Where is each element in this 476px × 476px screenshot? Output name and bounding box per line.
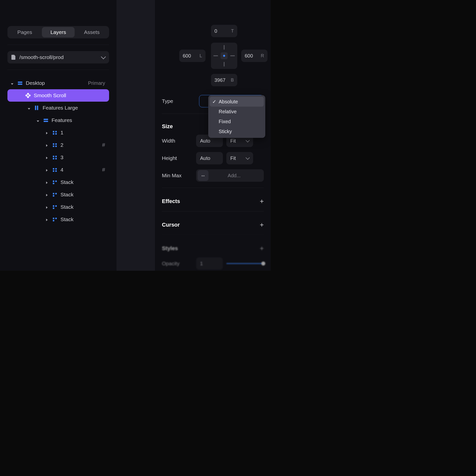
height-value-input[interactable]: Auto [196,152,223,164]
file-icon [11,55,15,60]
effects-section-header[interactable]: Effects+ [162,197,264,205]
position-controls: 0 T 600 L 600 R 3967 B [162,25,264,89]
opacity-label: Opacity [162,261,193,267]
tab-assets[interactable]: Assets [76,27,108,37]
layer-tree: DesktopPrimarySmooth ScrollFeatures Larg… [7,77,109,226]
layer-label: 4 [60,167,102,173]
fade-overlay [0,221,117,271]
layer-row[interactable]: Stack [7,213,109,226]
type-option-absolute[interactable]: ✓ Absolute [210,97,264,107]
grid3-icon [53,218,57,221]
diamond-icon [26,93,30,97]
canvas-gap [117,0,155,271]
plus-icon[interactable]: + [260,244,264,252]
layer-row[interactable]: 3 [7,151,109,164]
pos-bottom-input[interactable]: 3967 B [211,74,237,86]
panel-tabs: Pages Layers Assets [7,26,109,38]
opacity-slider[interactable] [226,263,264,264]
grid-icon [53,131,57,135]
opacity-row: Opacity 1 [162,257,264,270]
expand-toggle-icon[interactable] [45,216,49,222]
layer-tag: Primary [88,80,105,86]
layer-row[interactable]: Stack [7,188,109,201]
plus-icon[interactable]: + [260,197,264,205]
expand-toggle-icon[interactable] [45,192,49,198]
grid-icon [53,156,57,159]
layer-row[interactable]: Stack [7,201,109,213]
type-option-fixed[interactable]: Fixed [210,117,264,126]
width-label: Width [162,138,193,144]
grid-icon [53,143,57,147]
pos-left-input[interactable]: 600 L [179,50,206,62]
type-dropdown: ✓ Absolute Relative Fixed Sticky [208,95,265,138]
grid3-icon [53,193,57,197]
expand-toggle-icon[interactable] [45,130,49,136]
check-icon: ✓ [212,99,216,105]
layer-label: 3 [60,154,105,160]
layer-label: 2 [60,142,102,148]
constraint-anchor[interactable] [211,43,237,69]
grid-icon [53,168,57,172]
expand-toggle-icon[interactable] [36,117,40,123]
expand-toggle-icon[interactable] [45,167,49,173]
expand-toggle-icon[interactable] [10,80,14,86]
layer-row[interactable]: 2# [7,139,109,151]
tab-pages[interactable]: Pages [8,27,41,37]
layer-label: Smooth Scroll [34,92,105,98]
pos-right-input[interactable]: 600 R [241,50,268,62]
cursor-section-header[interactable]: Cursor+ [162,221,264,229]
divider [162,188,264,188]
layer-row[interactable]: 1 [7,126,109,139]
expand-toggle-icon[interactable] [45,204,49,210]
height-row: Height Auto Fit [162,152,264,164]
minmax-row: Min Max Add... [162,169,264,182]
layer-label: Stack [60,179,105,185]
height-mode-select[interactable]: Fit [226,152,253,164]
type-option-relative[interactable]: Relative [210,107,264,117]
minmax-toggle-icon[interactable] [198,170,208,181]
page-selector[interactable]: /smooth-scroll/prod [7,51,109,63]
grid3-icon [53,205,57,209]
left-panel: Pages Layers Assets /smooth-scroll/prod … [0,0,117,271]
minmax-input[interactable]: Add... [196,169,264,182]
layer-row[interactable]: DesktopPrimary [7,77,109,89]
page-path: /smooth-scroll/prod [19,54,98,60]
styles-section-header[interactable]: Styles+ [162,244,264,252]
layer-label: Stack [60,204,105,210]
minmax-label: Min Max [162,173,193,178]
pos-top-input[interactable]: 0 T [211,25,237,37]
height-label: Height [162,155,193,161]
chevron-down-icon [246,138,250,143]
layer-label: Desktop [26,80,88,86]
layer-label: Stack [60,192,105,198]
layer-row[interactable]: Features [7,114,109,126]
layer-row[interactable]: Features Large [7,102,109,114]
expand-toggle-icon[interactable] [27,105,31,111]
layer-label: Features [52,117,105,123]
opacity-value-input[interactable]: 1 [196,257,223,270]
type-option-sticky[interactable]: Sticky [210,126,264,136]
divider [162,211,264,211]
expand-toggle-icon[interactable] [45,142,49,148]
expand-toggle-icon[interactable] [45,179,49,185]
chevron-down-icon [101,54,106,59]
plus-icon[interactable]: + [260,221,264,229]
layer-row[interactable]: Smooth Scroll [7,89,109,102]
hash-icon: # [102,167,105,173]
stack-icon [44,119,48,122]
layer-row[interactable]: Stack [7,176,109,188]
layer-label: Features Large [43,105,105,111]
divider [7,45,109,45]
tab-layers[interactable]: Layers [42,27,74,37]
cols-icon [35,106,39,110]
type-label: Type [162,98,197,104]
divider [162,235,264,235]
expand-toggle-icon[interactable] [45,154,49,160]
chevron-down-icon [246,156,250,160]
layer-label: 1 [60,130,105,136]
divider [7,70,109,70]
layer-row[interactable]: 4# [7,164,109,176]
layer-label: Stack [60,216,105,222]
stack-icon [18,82,22,85]
grid3-icon [53,180,57,184]
